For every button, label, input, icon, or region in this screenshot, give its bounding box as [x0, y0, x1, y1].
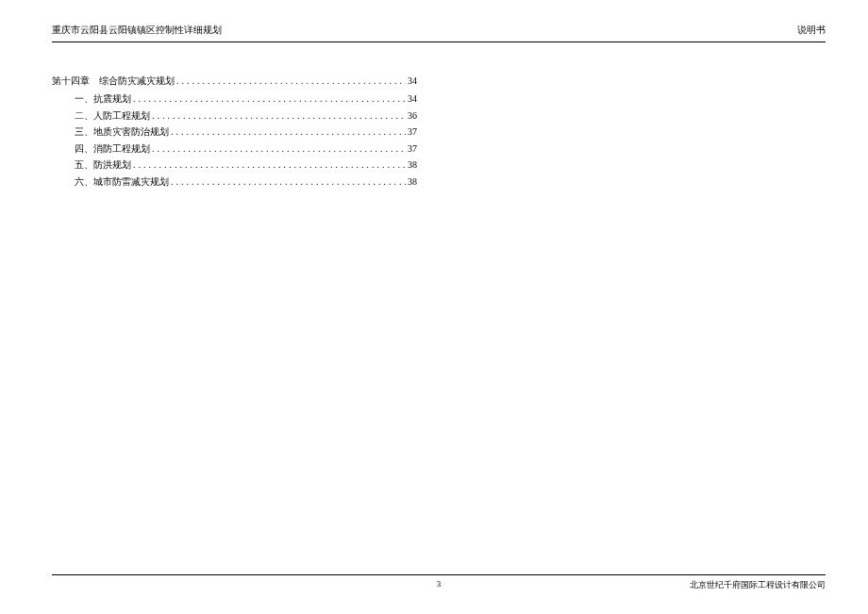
page-footer: 3 北京世纪千府国际工程设计有限公司: [52, 574, 826, 591]
toc-section-page: 38: [408, 160, 417, 170]
header-title-left: 重庆市云阳县云阳镇镇区控制性详细规划: [52, 25, 222, 37]
footer-page-number: 3: [437, 579, 442, 589]
toc-section-page: 34: [408, 94, 417, 104]
toc-chapter: 第十四章 综合防灾减灾规划 ..........................…: [52, 76, 417, 86]
toc-section-label: 二、人防工程规划: [75, 111, 150, 121]
toc-section-label: 一、抗震规划: [75, 94, 131, 104]
toc-section: 一、抗震规划 .................................…: [75, 94, 417, 104]
toc-section-label: 五、防洪规划: [75, 160, 131, 170]
toc-leader-dots: ........................................…: [176, 76, 406, 86]
toc-leader-dots: ........................................…: [133, 94, 406, 104]
toc-section: 四、消防工程规划 ...............................…: [75, 144, 417, 154]
toc-section: 六、城市防雷减灾规划 .............................…: [75, 177, 417, 187]
toc-section: 三、地质灾害防治规划 .............................…: [75, 127, 417, 137]
toc-chapter-label: 第十四章 综合防灾减灾规划: [52, 76, 175, 86]
toc-section-label: 六、城市防雷减灾规划: [75, 177, 169, 187]
table-of-contents: 第十四章 综合防灾减灾规划 ..........................…: [52, 76, 417, 187]
toc-section-page: 37: [408, 127, 417, 137]
toc-leader-dots: ........................................…: [171, 177, 406, 187]
toc-section-label: 四、消防工程规划: [75, 144, 150, 154]
toc-leader-dots: ........................................…: [152, 144, 406, 154]
footer-row: 3 北京世纪千府国际工程设计有限公司: [52, 579, 826, 591]
page-header: 重庆市云阳县云阳镇镇区控制性详细规划 说明书: [52, 25, 826, 42]
toc-section: 二、人防工程规划 ...............................…: [75, 111, 417, 121]
toc-section-page: 36: [408, 111, 417, 121]
toc-section-page: 38: [408, 177, 417, 187]
toc-leader-dots: ........................................…: [152, 111, 406, 121]
toc-section: 五、防洪规划 .................................…: [75, 160, 417, 170]
toc-leader-dots: ........................................…: [133, 160, 406, 170]
toc-section-label: 三、地质灾害防治规划: [75, 127, 169, 137]
toc-leader-dots: ........................................…: [171, 127, 406, 137]
document-page: 重庆市云阳县云阳镇镇区控制性详细规划 说明书 第十四章 综合防灾减灾规划 ...…: [0, 0, 868, 614]
header-title-right: 说明书: [797, 25, 826, 37]
toc-section-page: 37: [408, 144, 417, 154]
footer-company: 北京世纪千府国际工程设计有限公司: [690, 579, 826, 591]
toc-chapter-page: 34: [408, 76, 417, 86]
